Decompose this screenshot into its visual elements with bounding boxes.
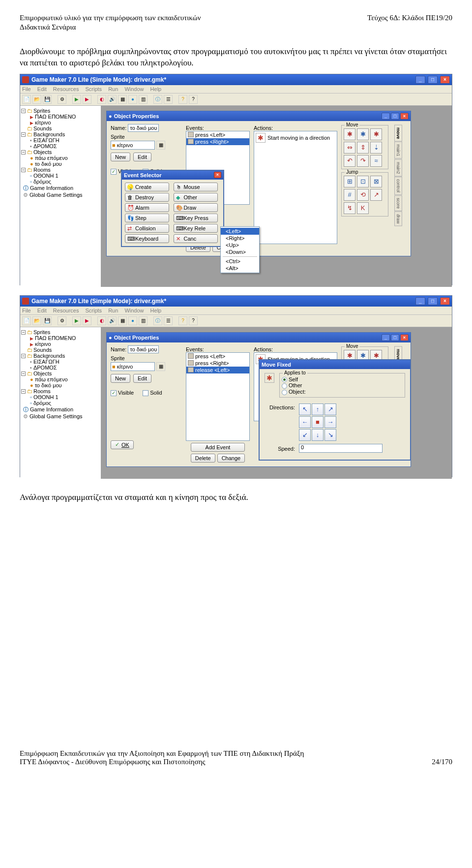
- menu-edit[interactable]: Edit: [37, 308, 47, 313]
- event-item[interactable]: press <Left>: [195, 132, 225, 138]
- tb-new[interactable]: 📄: [22, 95, 31, 104]
- menu-run[interactable]: Run: [108, 86, 118, 92]
- action-move-contact[interactable]: ↯: [344, 202, 355, 214]
- ev-alarm[interactable]: ⏰Alarm: [125, 203, 169, 212]
- tb-save[interactable]: 💾: [43, 95, 52, 104]
- tree-obj-2[interactable]: το δικό μου: [35, 161, 62, 167]
- tree-sprite-2[interactable]: κίτρινο: [35, 341, 51, 347]
- ev-destroy[interactable]: 🗑Destroy: [125, 193, 169, 202]
- solid-checkbox[interactable]: [143, 390, 148, 396]
- delete-button[interactable]: Delete: [191, 454, 215, 463]
- tb-save[interactable]: 💾: [43, 316, 52, 325]
- dd-up[interactable]: <Up>: [221, 242, 259, 248]
- action-wrap[interactable]: ⟲: [357, 189, 369, 201]
- tree-bg-1[interactable]: ΕΙΣΑΓΩΓΗ: [33, 137, 59, 143]
- tree-collapse-icon[interactable]: −: [21, 109, 26, 113]
- dd-right[interactable]: <Right>: [221, 235, 259, 242]
- visible-checkbox[interactable]: ✓: [111, 390, 117, 396]
- ev-create[interactable]: 💡Create: [125, 183, 169, 191]
- menu-window[interactable]: Window: [124, 308, 144, 313]
- tb-bg[interactable]: ▦: [118, 95, 127, 104]
- close-button[interactable]: ×: [440, 76, 450, 84]
- tb-debug[interactable]: ▶: [83, 95, 91, 104]
- menu-help[interactable]: Help: [150, 308, 162, 313]
- new-button[interactable]: New: [111, 153, 130, 161]
- tree-game-info[interactable]: Game Information: [30, 185, 73, 191]
- tb-new[interactable]: 📄: [22, 316, 31, 325]
- menu-window[interactable]: Window: [124, 86, 144, 92]
- tb-run[interactable]: ▶: [72, 95, 81, 104]
- tb-upgrade[interactable]: ?: [178, 95, 187, 104]
- action-move-towards[interactable]: ✱: [370, 128, 382, 140]
- tab-draw[interactable]: draw: [394, 212, 402, 226]
- action-reverse-h[interactable]: ↶: [344, 155, 355, 167]
- tree-game-info[interactable]: Game Information: [30, 406, 73, 412]
- event-selector-close[interactable]: ×: [214, 172, 221, 178]
- tb-make[interactable]: ⚙: [58, 95, 66, 104]
- tab-main2[interactable]: main2: [394, 159, 402, 177]
- tb-settings[interactable]: ☰: [164, 95, 173, 104]
- objprop-max[interactable]: □: [391, 334, 399, 341]
- tb-object[interactable]: ●: [128, 316, 137, 325]
- tab-control[interactable]: control: [394, 177, 402, 195]
- tree-room-2[interactable]: δρόμος: [33, 400, 51, 406]
- ev-cancel[interactable]: ✕Canc: [174, 234, 218, 243]
- tb-sprite[interactable]: ◐: [97, 95, 106, 104]
- menu-edit[interactable]: Edit: [37, 86, 47, 92]
- tb-help[interactable]: ?: [189, 95, 198, 104]
- dd-ctrl[interactable]: <Ctrl>: [221, 258, 259, 265]
- dir-up[interactable]: ↑: [312, 403, 324, 415]
- ev-draw[interactable]: 🎨Draw: [174, 203, 218, 212]
- add-event-button[interactable]: Add Event: [191, 443, 245, 452]
- new-button[interactable]: New: [111, 374, 130, 383]
- tree-backgrounds[interactable]: Backgrounds: [33, 131, 65, 137]
- maximize-button[interactable]: □: [428, 76, 438, 84]
- dir-downleft[interactable]: ↙: [299, 429, 311, 441]
- dd-down[interactable]: <Down>: [221, 248, 259, 255]
- menu-help[interactable]: Help: [150, 86, 162, 92]
- action-bounce[interactable]: ↗: [370, 189, 382, 201]
- tab-score[interactable]: score: [394, 195, 402, 211]
- name-input[interactable]: το δικό μου: [128, 124, 159, 132]
- ev-step[interactable]: 👣Step: [125, 214, 169, 222]
- tree-sprite-1[interactable]: ΠΑΩ ΕΠΟΜΕΝΟ: [35, 114, 76, 120]
- ev-mouse[interactable]: 🖱Mouse: [174, 183, 218, 191]
- objprop-min[interactable]: _: [382, 113, 390, 120]
- dir-down[interactable]: ↓: [312, 429, 324, 441]
- tb-sound[interactable]: 🔊: [108, 316, 117, 325]
- tb-sound[interactable]: 🔊: [108, 95, 117, 104]
- tb-open[interactable]: 📂: [32, 95, 41, 104]
- event-item[interactable]: press <Right>: [195, 360, 229, 366]
- sprite-browse[interactable]: ▦: [156, 362, 165, 371]
- action-jump-start[interactable]: ⊡: [357, 176, 369, 187]
- action-path[interactable]: K: [357, 202, 369, 214]
- tb-open[interactable]: 📂: [32, 316, 41, 325]
- radio-object[interactable]: [282, 390, 287, 395]
- tree-objects[interactable]: Objects: [33, 371, 52, 376]
- tb-bg[interactable]: ▦: [118, 316, 127, 325]
- tb-make[interactable]: ⚙: [58, 316, 66, 325]
- event-item-sel[interactable]: press <Right>: [195, 139, 229, 145]
- tab-main1[interactable]: main1: [394, 142, 402, 159]
- close-button[interactable]: ×: [440, 297, 450, 305]
- tree-sprite-1[interactable]: ΠΑΩ ΕΠΟΜΕΝΟ: [35, 335, 76, 341]
- event-item-sel[interactable]: release <Left>: [195, 367, 230, 373]
- maximize-button[interactable]: □: [428, 297, 438, 305]
- tree-obj-1[interactable]: πάω επόμενο: [35, 376, 68, 382]
- tree-sprites[interactable]: Sprites: [33, 329, 50, 335]
- minimize-button[interactable]: _: [415, 297, 425, 305]
- tb-upgrade[interactable]: ?: [178, 316, 187, 325]
- dir-upright[interactable]: ↗: [324, 403, 336, 415]
- dir-downright[interactable]: ↘: [324, 429, 336, 441]
- tab-move[interactable]: move: [394, 125, 402, 142]
- sprite-select[interactable]: ■κίτρινο: [111, 141, 155, 150]
- dir-stop[interactable]: ■: [312, 416, 324, 428]
- tb-debug[interactable]: ▶: [83, 316, 91, 325]
- menu-run[interactable]: Run: [108, 308, 118, 313]
- action-move-free[interactable]: ✱: [357, 128, 369, 140]
- dd-left[interactable]: <Left>: [221, 228, 259, 235]
- menu-scripts[interactable]: Scripts: [85, 308, 102, 313]
- tree-sprites[interactable]: Sprites: [33, 108, 50, 114]
- event-item[interactable]: press <Left>: [195, 353, 225, 359]
- tb-room[interactable]: ▥: [139, 316, 148, 325]
